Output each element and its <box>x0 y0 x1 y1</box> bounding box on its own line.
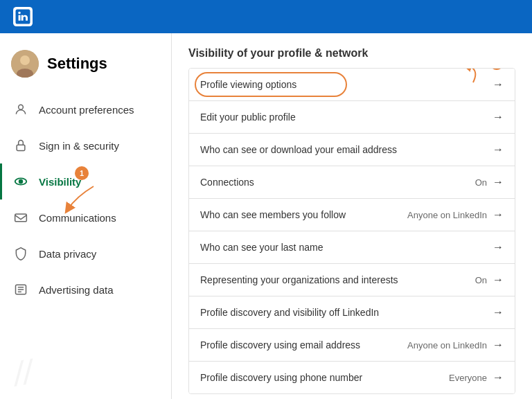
discovery-phone-value: Everyone <box>449 373 487 383</box>
sidebar-item-account-preferences[interactable]: Account preferences <box>0 91 171 127</box>
chevron-right-icon-1: → <box>493 111 504 123</box>
linkedin-logo[interactable] <box>11 5 35 28</box>
discovery-email-value: Anyone on LinkedIn <box>407 340 487 351</box>
visibility-label: Visibility <box>39 176 81 188</box>
content-area: Visibility of your profile & network Pro… <box>172 33 532 399</box>
menu-item-organizations[interactable]: Representing your organizations and inte… <box>189 264 515 296</box>
sidebar-item-visibility[interactable]: Visibility 1 <box>0 163 171 200</box>
envelope-icon <box>11 208 30 227</box>
menu-item-discovery-visibility[interactable]: Profile discovery and visibility off Lin… <box>189 296 515 329</box>
chevron-right-icon-7: → <box>493 306 504 319</box>
list-icon <box>11 280 30 299</box>
email-visibility-label: Who can see or download your email addre… <box>200 144 397 155</box>
organizations-value: On <box>475 275 487 285</box>
communications-label: Communications <box>39 212 116 224</box>
chevron-right-icon-2: → <box>493 143 504 156</box>
sidebar-item-data-privacy[interactable]: Data privacy <box>0 236 171 272</box>
menu-list: Profile viewing options 2 → <box>188 68 515 394</box>
chevron-right-icon-8: → <box>493 339 504 351</box>
svg-rect-8 <box>15 214 27 222</box>
sidebar-header: Settings <box>0 44 171 91</box>
advertising-data-label: Advertising data <box>39 284 114 296</box>
members-follow-label: Who can see members you follow <box>200 209 346 220</box>
menu-item-last-name[interactable]: Who can see your last name → <box>189 231 515 264</box>
connections-label: Connections <box>200 177 254 188</box>
edit-public-profile-label: Edit your public profile <box>200 112 296 123</box>
sidebar-item-communications[interactable]: Communications <box>0 200 171 236</box>
menu-item-profile-viewing-options[interactable]: Profile viewing options 2 → <box>189 69 515 101</box>
menu-item-discovery-email[interactable]: Profile discovery using email address An… <box>189 329 515 362</box>
settings-title: Settings <box>47 55 107 73</box>
person-icon <box>11 100 30 119</box>
annotation-badge-2: 2 <box>490 68 504 70</box>
chevron-right-icon-3: → <box>493 176 504 188</box>
organizations-label: Representing your organizations and inte… <box>200 274 398 285</box>
sign-in-security-label: Sign in & security <box>39 140 119 152</box>
data-privacy-label: Data privacy <box>39 248 96 260</box>
chevron-right-icon-4: → <box>493 209 504 221</box>
connections-value: On <box>475 177 487 188</box>
top-nav <box>0 0 532 33</box>
sidebar: // Settings Account preferences <box>0 33 172 399</box>
sidebar-item-advertising-data[interactable]: Advertising data <box>0 272 171 308</box>
avatar[interactable] <box>11 50 39 78</box>
eye-icon <box>11 172 30 191</box>
discovery-visibility-label: Profile discovery and visibility off Lin… <box>200 307 379 318</box>
svg-rect-5 <box>17 145 25 150</box>
chevron-right-icon-0: → <box>493 78 504 91</box>
chevron-right-icon-9: → <box>493 371 504 384</box>
menu-item-email-visibility[interactable]: Who can see or download your email addre… <box>189 134 515 166</box>
lock-icon <box>11 136 30 155</box>
shield-icon <box>11 244 30 263</box>
watermark-decoration: // <box>10 353 35 393</box>
section-title: Visibility of your profile & network <box>188 47 515 60</box>
discovery-email-label: Profile discovery using email address <box>200 339 360 351</box>
sidebar-item-sign-in-security[interactable]: Sign in & security <box>0 127 171 163</box>
svg-point-7 <box>19 180 23 184</box>
svg-point-2 <box>20 55 30 65</box>
svg-point-4 <box>19 105 24 109</box>
menu-item-connections[interactable]: Connections On → <box>189 166 515 199</box>
members-follow-value: Anyone on LinkedIn <box>407 210 487 220</box>
discovery-phone-label: Profile discovery using phone number <box>200 372 362 383</box>
annotation-badge-1: 1 <box>75 166 89 180</box>
main-layout: // Settings Account preferences <box>0 33 532 399</box>
menu-item-members-follow[interactable]: Who can see members you follow Anyone on… <box>189 199 515 231</box>
menu-item-discovery-phone[interactable]: Profile discovery using phone number Eve… <box>189 362 515 393</box>
last-name-label: Who can see your last name <box>200 242 323 253</box>
profile-viewing-options-label: Profile viewing options <box>200 79 296 90</box>
chevron-right-icon-6: → <box>493 274 504 286</box>
chevron-right-icon-5: → <box>493 241 504 254</box>
account-preferences-label: Account preferences <box>39 104 134 116</box>
menu-item-edit-public-profile[interactable]: Edit your public profile → <box>189 101 515 134</box>
